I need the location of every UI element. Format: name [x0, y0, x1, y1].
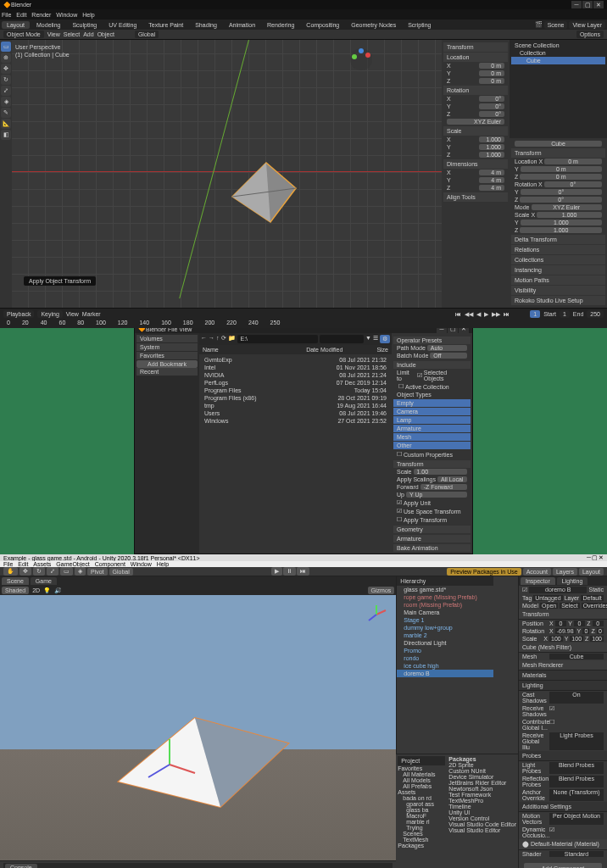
tab-scene[interactable]: Scene [2, 577, 29, 585]
applyunit-check[interactable]: ☑ [397, 499, 402, 506]
u-nav-gizmo[interactable] [364, 602, 389, 627]
col-date[interactable]: Date Modified [306, 347, 342, 353]
insp-materials[interactable]: Materials [519, 670, 607, 681]
pivot-toggle[interactable]: Pivot [87, 568, 108, 576]
type-empty[interactable]: Empty [393, 399, 471, 407]
hier-item[interactable]: Main Camera [397, 609, 493, 616]
insp-meshfilter[interactable]: Cube (Mesh Filter) [519, 643, 607, 653]
lp-val[interactable]: Blend Probes [549, 762, 604, 774]
fb-armature[interactable]: Armature [393, 535, 471, 542]
scene-selector[interactable]: Scene [544, 21, 568, 29]
measure-tool-icon[interactable]: 📐 [1, 119, 11, 129]
pkg-item[interactable]: JetBrains Rider Editor [448, 780, 516, 786]
p-roty[interactable]: 0° [521, 189, 602, 195]
pos-y[interactable]: 0 [574, 620, 585, 626]
pos-x[interactable]: 0 [555, 620, 566, 626]
layer-val[interactable]: Default [581, 595, 604, 601]
header-object[interactable]: Object [97, 31, 114, 37]
scl-y[interactable]: 100 [570, 636, 583, 642]
mv-val[interactable]: Per Object Motion [549, 813, 604, 825]
props-transform[interactable]: Transform [511, 148, 605, 158]
tab-uv[interactable]: UV Editing [103, 21, 142, 29]
tl-keying[interactable]: Keying [37, 310, 62, 318]
u-assets[interactable]: Assets [33, 561, 51, 567]
shader-val[interactable]: Standard [549, 851, 604, 857]
proj-allmod[interactable]: All Models [398, 777, 445, 783]
proj-folder[interactable]: marble rl [398, 819, 445, 825]
minimize-button[interactable]: ─ [571, 1, 582, 8]
2d-toggle-icon[interactable]: 2D [32, 587, 40, 593]
play-icon[interactable]: ▶ [271, 567, 282, 576]
rot-x[interactable]: -69.98 [555, 628, 576, 634]
scale-x-value[interactable]: 1.000 [479, 136, 504, 142]
proj-folder[interactable]: gparot ass [398, 801, 445, 807]
jump-start-icon[interactable]: ⏮ [455, 311, 461, 317]
dim-x-value[interactable]: 4 m [479, 170, 504, 175]
file-row[interactable]: Program FilesToday 15:04 [201, 387, 390, 394]
u-max[interactable]: ▢ [592, 554, 598, 561]
rot-x-value[interactable]: 0° [479, 96, 504, 102]
proj-folder[interactable]: bada on rd [398, 795, 445, 801]
p-locz[interactable]: 0 m [520, 174, 602, 180]
file-row[interactable]: Users08 Jul 2021 19:46 [201, 409, 390, 417]
tab-lighting[interactable]: Lighting [557, 577, 588, 585]
pkg-item[interactable]: Version Control [448, 815, 516, 821]
type-camera[interactable]: Camera [393, 408, 471, 415]
file-row[interactable]: Intel01 Nov 2021 18:56 [201, 364, 390, 371]
p-locy[interactable]: 0 m [521, 166, 602, 172]
next-key-icon[interactable]: ▶▶ [492, 311, 500, 318]
loc-y-value[interactable]: 0 m [479, 70, 504, 76]
nav-back-icon[interactable]: ← [201, 335, 207, 343]
menu-help[interactable]: Help [82, 12, 94, 18]
p-locx[interactable]: 0 m [544, 159, 602, 164]
pkg-item[interactable]: Device Simulator [448, 774, 516, 780]
proj-favorites[interactable]: Favorites [398, 765, 445, 771]
obj-active-check[interactable]: ☑ [522, 587, 527, 593]
scl-x[interactable]: 100 [549, 636, 563, 642]
u-window[interactable]: Window [131, 561, 152, 567]
rot-z[interactable]: 0 [597, 628, 604, 634]
scale-y-value[interactable]: 1.000 [479, 144, 504, 150]
fb-bakeanim[interactable]: Bake Animation [393, 544, 471, 552]
scene-view[interactable] [0, 595, 396, 860]
presets-header[interactable]: Operator Presets [393, 337, 471, 344]
jump-end-icon[interactable]: ⏭ [504, 311, 510, 317]
hier-item[interactable]: rope game (Missing Prefab) [397, 593, 493, 601]
proj-assets[interactable]: Assets [398, 789, 445, 795]
insp-addsettings[interactable]: Additional Settings [519, 802, 607, 812]
p-scalex[interactable]: 1.000 [537, 212, 602, 218]
hier-item-selected[interactable]: doremo B [397, 670, 493, 677]
fb-transform-header[interactable]: Transform [393, 460, 471, 468]
preview-badge[interactable]: Preview Packages in Use [447, 568, 521, 576]
type-lamp[interactable]: Lamp [393, 416, 471, 424]
hier-item[interactable]: Stage 1 [397, 616, 493, 624]
menu-render[interactable]: Render [31, 12, 51, 18]
outliner-object[interactable]: Cube [511, 57, 605, 64]
u-close[interactable]: ✕ [599, 554, 604, 561]
tab-shading[interactable]: Shading [190, 21, 222, 29]
tab-scripting[interactable]: Scripting [403, 21, 436, 29]
recv-check[interactable]: ☑ [549, 705, 554, 717]
mesh-val[interactable]: Cube [549, 654, 604, 659]
mesh-object[interactable] [224, 159, 300, 226]
search-input[interactable] [320, 335, 364, 343]
props-relations[interactable]: Relations [511, 245, 605, 254]
props-collections[interactable]: Collections [511, 255, 605, 264]
annotate-tool-icon[interactable]: ✎ [1, 108, 11, 118]
loc-z-value[interactable]: 0 m [479, 78, 504, 84]
tab-compositing[interactable]: Compositing [301, 21, 344, 29]
select-tool-icon[interactable]: ▭ [1, 42, 11, 52]
tl-view[interactable]: View [66, 311, 79, 317]
tl-start-val[interactable]: 1 [560, 310, 570, 318]
overrides-btn[interactable]: Overrides [582, 603, 607, 609]
anchor-val[interactable]: None (Transform) [549, 789, 604, 801]
type-armature[interactable]: Armature [393, 425, 471, 432]
tab-game[interactable]: Game [31, 577, 57, 585]
props-instancing[interactable]: Instancing [511, 265, 605, 275]
outliner-scene[interactable]: Scene Collection [511, 42, 605, 49]
hier-item[interactable]: dummy low+group [397, 624, 493, 632]
up-val[interactable]: Y Up [406, 492, 467, 498]
account-dropdown[interactable]: Account [523, 568, 551, 576]
proj-allmat[interactable]: All Materials [398, 771, 445, 777]
props-visibility[interactable]: Visibility [511, 286, 605, 295]
